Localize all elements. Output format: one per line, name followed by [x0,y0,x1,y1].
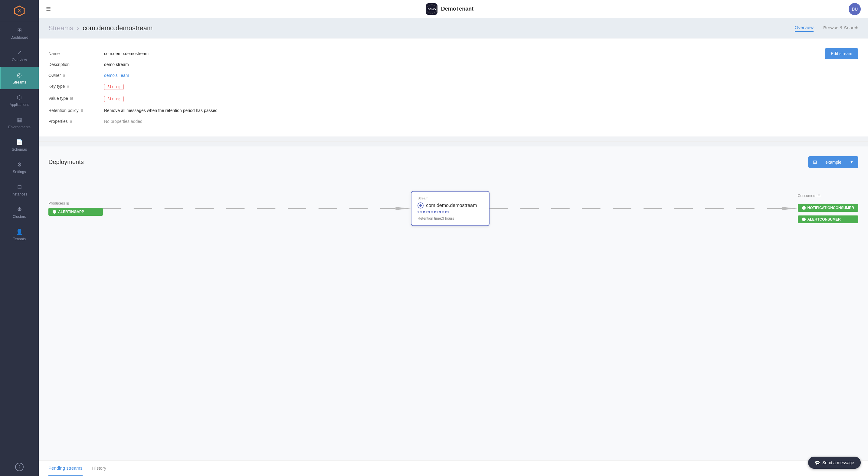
breadcrumb-current-stream: com.demo.demostream [83,24,153,32]
flow-dot-7 [434,211,436,213]
sidebar-item-streams[interactable]: ◎ Streams [0,67,39,89]
field-value-owner[interactable]: demo's Team [104,73,858,78]
breadcrumb-separator: › [77,24,79,32]
help-button[interactable]: ? [15,463,24,471]
retention-info-icon: ⊟ [81,108,84,113]
field-value-properties: No properties added [104,119,858,124]
stream-card: Stream com.demo.demostream [411,191,490,226]
sidebar-item-label: Streams [13,80,26,84]
env-dropdown-label: example [825,160,841,165]
sidebar-item-overview[interactable]: ⤢ Overview [0,44,39,67]
field-label-keytype: Key type ⊟ [49,84,97,89]
deployments-title: Deployments [49,158,84,166]
deployment-diagram: Producers ⊟ ALERTINGAPP [49,175,858,242]
field-value-name: com.demo.demostream [104,51,825,56]
consumers-col: Consumers ⊟ NOTIFICATIONCONSUMER ALERTCO… [798,194,858,223]
send-message-button[interactable]: 💬 Send a message [808,457,861,469]
sidebar-item-environments[interactable]: ▦ Environments [0,112,39,134]
stream-detail: Edit stream Name com.demo.demostream Des… [39,38,868,137]
flow-dot-3 [423,211,425,213]
tenants-icon: 👤 [16,229,23,235]
sidebar-item-label: Clusters [13,214,26,219]
menu-toggle-icon[interactable]: ☰ [46,6,51,12]
field-row-owner: Owner ⊟ demo's Team [49,70,858,81]
consumer-badge-notificationconsumer: NOTIFICATIONCONSUMER [798,204,858,212]
deployments-section: Deployments ⊟ example ▼ Producers ⊟ [39,146,868,460]
field-value-keytype: String [104,84,124,90]
consumers-label: Consumers ⊟ [798,194,858,198]
applications-icon: ⬡ [17,94,22,101]
svg-marker-7 [782,207,798,210]
deployments-header: Deployments ⊟ example ▼ [49,156,858,168]
sidebar-item-label: Tenants [13,237,26,241]
diagram-inner: Producers ⊟ ALERTINGAPP [49,191,858,226]
stream-card-name: com.demo.demostream [417,203,483,208]
topbar: ☰ DEMO DemoTenant DU [39,0,868,18]
consumers-info-icon: ⊟ [817,194,820,198]
edit-stream-button[interactable]: Edit stream [825,48,858,59]
tab-history[interactable]: History [92,460,106,476]
sidebar-item-label: Instances [11,192,27,197]
field-value-valuetype: String [104,96,124,102]
sidebar-item-clusters[interactable]: ❋ Clusters [0,201,39,224]
sidebar-logo: X [0,0,39,22]
producer-badge-alertingapp: ALERTINGAPP [49,208,103,216]
chevron-down-icon: ▼ [850,160,854,164]
producers-info-icon: ⊟ [66,201,69,206]
overview-icon: ⤢ [17,49,22,56]
field-label-properties: Properties ⊟ [49,119,97,124]
tab-browse-search[interactable]: Browse & Search [823,25,858,31]
tenant-name: DemoTenant [441,6,474,12]
dashboard-icon: ⊞ [17,27,22,34]
field-row-valuetype: Value type ⊟ String [49,93,858,105]
flow-dot-2 [420,211,422,213]
tab-overview[interactable]: Overview [795,25,814,32]
flow-dots [417,211,483,213]
svg-text:X: X [18,8,21,13]
consumer-name-1: NOTIFICATIONCONSUMER [807,206,854,210]
sidebar: X ⊞ Dashboard ⤢ Overview ◎ Streams ⬡ App… [0,0,39,476]
consumer-badge-alertconsumer: ALERTCONSUMER [798,215,858,223]
field-label-name: Name [49,51,97,56]
send-message-label: Send a message [822,460,854,465]
tab-pending-streams[interactable]: Pending streams [49,460,83,476]
flow-dot-10 [442,211,444,213]
environment-dropdown[interactable]: ⊟ example ▼ [808,156,858,168]
producer-name: ALERTINGAPP [58,210,84,214]
valuetype-info-icon: ⊟ [70,96,73,100]
flow-dot-12 [447,211,449,213]
arrow-left [103,206,411,211]
stream-name: com.demo.demostream [426,203,477,208]
flow-dot-5 [428,211,430,213]
breadcrumb-streams-link[interactable]: Streams [49,24,73,32]
properties-info-icon: ⊟ [70,119,72,123]
sidebar-item-schemas[interactable]: 📄 Schemas [0,134,39,156]
settings-icon: ⚙ [17,161,22,168]
producer-status-icon [53,210,56,214]
app-logo-icon: X [13,5,25,17]
bottom-tabs: Pending streams History [39,460,868,476]
main-content: ☰ DEMO DemoTenant DU Streams › com.demo.… [39,0,868,476]
producers-col: Producers ⊟ ALERTINGAPP [49,201,103,216]
sidebar-item-settings[interactable]: ⚙ Settings [0,156,39,179]
sidebar-nav: ⊞ Dashboard ⤢ Overview ◎ Streams ⬡ Appli… [0,22,39,458]
sidebar-item-instances[interactable]: ⊟ Instances [0,179,39,201]
env-dropdown-icon: ⊟ [813,159,817,165]
tenant-logo-icon: DEMO [426,3,437,15]
field-label-description: Description [49,62,97,67]
divider [39,141,868,142]
sidebar-item-label: Schemas [12,147,27,152]
field-label-valuetype: Value type ⊟ [49,96,97,101]
owner-info-icon: ⊟ [63,73,66,78]
sidebar-item-dashboard[interactable]: ⊞ Dashboard [0,22,39,44]
field-row-name: Name com.demo.demostream [49,48,825,59]
sidebar-item-tenants[interactable]: 👤 Tenants [0,224,39,246]
flow-dot-8 [437,211,438,213]
sidebar-item-label: Environments [8,125,30,129]
user-avatar[interactable]: DU [849,3,861,15]
clusters-icon: ❋ [17,206,22,213]
content-area: Streams › com.demo.demostream Overview B… [39,18,868,476]
flow-dot-4 [426,211,428,213]
flow-dot-11 [445,211,446,213]
sidebar-item-applications[interactable]: ⬡ Applications [0,89,39,112]
